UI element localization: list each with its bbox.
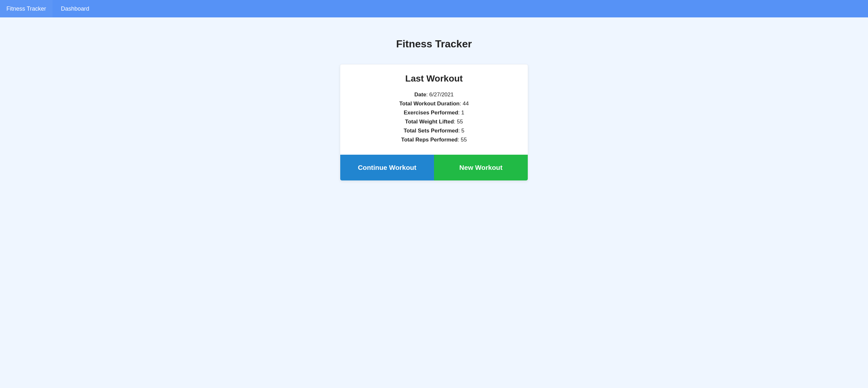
stat-reps-label: Total Reps Performed — [401, 137, 458, 143]
stat-duration: Total Workout Duration: 44 — [348, 100, 520, 107]
nav-item-dashboard[interactable]: Dashboard — [55, 0, 95, 18]
stat-exercises: Exercises Performed: 1 — [348, 110, 520, 116]
stat-separator: : — [454, 119, 457, 125]
stat-duration-value: 44 — [463, 100, 469, 107]
stat-exercises-label: Exercises Performed — [404, 110, 458, 116]
stat-weight-label: Total Weight Lifted — [405, 119, 454, 125]
stat-separator: : — [458, 137, 461, 143]
stat-exercises-value: 1 — [461, 110, 464, 116]
stat-reps: Total Reps Performed: 55 — [348, 137, 520, 143]
stat-separator: : — [458, 110, 461, 116]
stat-date-label: Date — [414, 91, 426, 98]
last-workout-card: Last Workout Date: 6/27/2021 Total Worko… — [340, 64, 528, 181]
nav-brand[interactable]: Fitness Tracker — [0, 0, 53, 18]
continue-workout-button[interactable]: Continue Workout — [340, 155, 434, 180]
stat-separator: : — [458, 128, 461, 134]
navbar: Fitness Tracker Dashboard — [0, 0, 868, 18]
main-container: Fitness Tracker Last Workout Date: 6/27/… — [0, 18, 868, 181]
page-title: Fitness Tracker — [396, 38, 472, 50]
stat-weight: Total Weight Lifted: 55 — [348, 119, 520, 125]
new-workout-button[interactable]: New Workout — [434, 155, 528, 180]
stat-sets: Total Sets Performed: 5 — [348, 128, 520, 134]
card-body: Last Workout Date: 6/27/2021 Total Worko… — [340, 64, 528, 155]
stat-sets-value: 5 — [461, 128, 464, 134]
stat-date-value: 6/27/2021 — [429, 91, 454, 98]
stat-separator: : — [426, 91, 429, 98]
stat-weight-value: 55 — [457, 119, 463, 125]
stat-separator: : — [460, 100, 462, 107]
button-row: Continue Workout New Workout — [340, 155, 528, 180]
stat-sets-label: Total Sets Performed — [404, 128, 459, 134]
stat-reps-value: 55 — [461, 137, 467, 143]
stat-duration-label: Total Workout Duration — [399, 100, 460, 107]
stat-date: Date: 6/27/2021 — [348, 91, 520, 98]
card-title: Last Workout — [348, 73, 520, 84]
